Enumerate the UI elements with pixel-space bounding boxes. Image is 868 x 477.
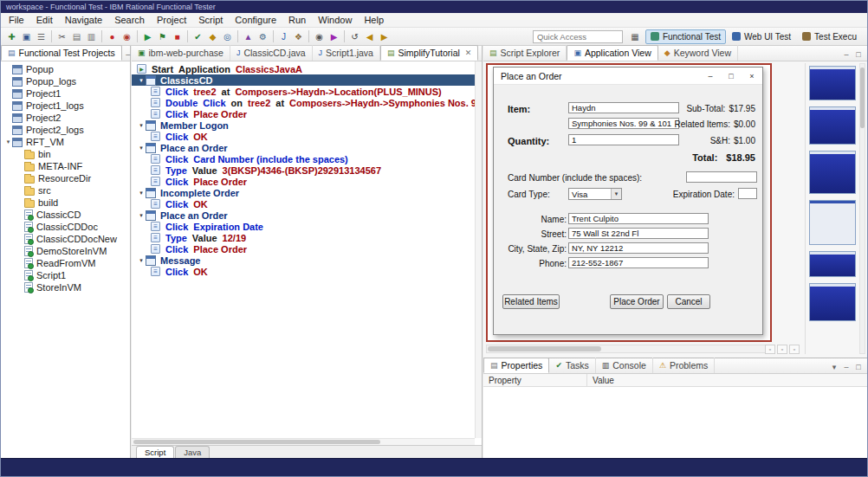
maximize-icon[interactable]: □ (852, 48, 865, 61)
card-number-field[interactable] (686, 171, 757, 183)
menu-search[interactable]: Search (108, 14, 151, 26)
close-icon[interactable]: × (742, 68, 762, 84)
maximize-icon[interactable]: □ (852, 361, 865, 373)
scrollbar-thumb[interactable] (133, 440, 380, 444)
view-tab-application-view[interactable]: ▣Application View (567, 45, 657, 61)
tree-item-project2[interactable]: Project2 (1, 112, 130, 124)
view-menu-icon[interactable]: ▾ (828, 361, 840, 373)
editor-vertical-scrollbar[interactable] (475, 61, 482, 438)
perspective-functional-test[interactable]: Functional Test (645, 29, 726, 44)
app-thumbnail[interactable] (809, 200, 856, 245)
app-thumbnail[interactable] (809, 251, 856, 277)
script-group-row[interactable]: ▾Incomplete Order (132, 187, 475, 198)
script-group-row[interactable]: ▾Place an Order (132, 142, 475, 153)
close-icon[interactable]: ✕ (465, 48, 472, 57)
save-icon[interactable]: ▣ (19, 29, 34, 44)
tree-item-popup-logs[interactable]: Popup_logs (1, 75, 130, 87)
thumbnail-nav-icon[interactable]: ▫ (789, 345, 800, 354)
tree-item-meta-inf[interactable]: META-INF (1, 160, 130, 172)
test-object-inspector-icon[interactable]: ◎ (220, 29, 235, 44)
chevron-down-icon[interactable]: ▾ (137, 257, 146, 264)
script-group-row[interactable]: ▾ClassicsCD (132, 74, 475, 86)
view-tab-script-explorer[interactable]: ▤Script Explorer (483, 45, 567, 61)
script-step-row[interactable]: StartApplicationClassicsJavaA (132, 63, 475, 74)
menu-script[interactable]: Script (192, 14, 229, 26)
editor-tab-simplifytutorial[interactable]: ▤SimplifyTutorial✕ (380, 45, 478, 61)
back-icon[interactable]: ◀ (362, 29, 377, 44)
stop-icon[interactable]: ■ (170, 29, 185, 44)
tab-functional-test-projects[interactable]: ▤ Functional Test Projects (1, 45, 122, 61)
quick-access-input[interactable] (533, 30, 623, 43)
script-step-row[interactable]: ClickOK (132, 131, 475, 142)
app-thumbnail[interactable] (809, 66, 856, 100)
maximize-icon[interactable]: □ (721, 68, 742, 84)
editor-mode-tab-java[interactable]: Java (175, 446, 210, 458)
perspective-web-ui-test[interactable]: Web UI Test (727, 29, 796, 44)
insert-verification-point-icon[interactable]: ✔ (191, 29, 205, 44)
editor-tab-classiccd-java[interactable]: JClassicCD.java (230, 45, 313, 61)
tree-item-script1[interactable]: Script1 (1, 269, 130, 281)
script-step-row[interactable]: ClickOK (132, 198, 475, 209)
tree-item-project1[interactable]: Project1 (1, 87, 130, 100)
card-type-select[interactable]: Visa ▼ (568, 188, 622, 200)
related-items-button[interactable]: Related Items (502, 294, 560, 309)
tree-item-classiccddoc[interactable]: ClassicCDDoc (1, 221, 130, 233)
print-icon[interactable]: ☰ (34, 29, 49, 44)
debug-script-icon[interactable]: ⚑ (155, 29, 170, 44)
column-value[interactable]: Value (587, 374, 614, 386)
menu-run[interactable]: Run (282, 14, 312, 26)
run-script-icon[interactable]: ▶ (140, 29, 155, 44)
column-property[interactable]: Property (483, 374, 587, 386)
chevron-down-icon[interactable]: ▾ (4, 139, 12, 145)
script-step-row[interactable]: ClickCard Number (include the spaces) (132, 153, 475, 164)
editor-tab-ibm-web-purchase[interactable]: ▣ibm-web-purchase (132, 45, 230, 61)
editor-mode-tab-script[interactable]: Script (136, 446, 174, 458)
street-field[interactable] (568, 228, 709, 239)
thumbnail-nav-icon[interactable]: ▫ (777, 345, 787, 354)
tree-item-resourcedir[interactable]: ResourceDir (1, 172, 130, 184)
properties-table-body[interactable] (483, 387, 867, 458)
script-step-row[interactable]: Clicktree2atComposers->Haydn->Location(P… (132, 86, 475, 97)
phone-field[interactable] (568, 257, 709, 268)
menu-edit[interactable]: Edit (30, 14, 59, 26)
script-step-row[interactable]: ClickOK (132, 266, 475, 277)
tree-item-build[interactable]: build (1, 197, 130, 209)
menu-help[interactable]: Help (358, 14, 390, 26)
insert-recording-icon[interactable]: ◉ (120, 29, 134, 44)
script-step-row[interactable]: ClickPlace Order (132, 176, 475, 187)
external-tools-icon[interactable]: ▶ (327, 29, 341, 44)
open-perspective-icon[interactable]: ▦ (628, 29, 642, 43)
chevron-down-icon[interactable]: ▾ (137, 77, 146, 84)
script-group-row[interactable]: ▾Place an Order (132, 209, 475, 221)
editor-horizontal-scrollbar[interactable] (132, 438, 475, 445)
application-view-horizontal-scrollbar[interactable] (486, 345, 772, 353)
script-group-row[interactable]: ▾Message (132, 255, 475, 266)
menu-configure[interactable]: Configure (229, 14, 282, 26)
perspective-test-execu[interactable]: Test Execu (797, 29, 862, 44)
expiration-field[interactable] (738, 188, 757, 199)
app-thumbnail[interactable] (809, 283, 856, 321)
scrollbar-thumb[interactable] (488, 346, 601, 351)
thumbnail-rail-scrollbar[interactable] (859, 63, 865, 354)
tree-item-bin[interactable]: bin (1, 148, 130, 160)
search-icon[interactable]: ◉ (312, 29, 327, 44)
tree-item-readfromvm[interactable]: ReadFromVM (1, 257, 130, 269)
menu-navigate[interactable]: Navigate (59, 14, 108, 26)
view-tab-problems[interactable]: ⚠Problems (653, 358, 715, 373)
minimize-icon[interactable]: – (700, 68, 721, 84)
view-tab-properties[interactable]: ▤Properties (483, 358, 549, 373)
tree-item-storeinvm[interactable]: StoreInVM (1, 281, 130, 293)
script-editor-body[interactable]: StartApplicationClassicsJavaA▾ClassicsCD… (132, 61, 475, 438)
paste-icon[interactable]: ▥ (84, 29, 99, 44)
new-java-class-icon[interactable]: J (276, 29, 291, 44)
script-step-row[interactable]: ClickPlace Order (132, 108, 475, 119)
place-order-button[interactable]: Place Order (610, 294, 664, 309)
script-step-row[interactable]: DoubleClickontree2atComposers->Haydn->Sy… (132, 97, 475, 108)
scrollbar-thumb[interactable] (860, 68, 865, 128)
new-package-icon[interactable]: ❖ (291, 29, 306, 44)
chevron-down-icon[interactable]: ▾ (137, 212, 146, 219)
app-thumbnail[interactable] (809, 151, 856, 194)
script-step-row[interactable]: TypeValue3(BKSP)4346-(BKSP)292913134567 (132, 164, 475, 176)
chevron-down-icon[interactable]: ▾ (137, 122, 146, 129)
tree-item-demostoreinvm[interactable]: DemoStoreInVM (1, 245, 130, 257)
